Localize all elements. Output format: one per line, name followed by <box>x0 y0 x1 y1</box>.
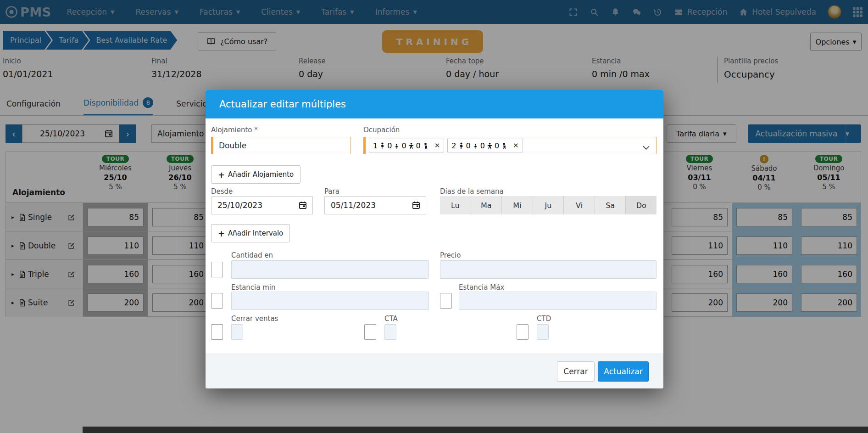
child-icon <box>486 142 493 149</box>
occupancy-chip[interactable]: 1000✕ <box>369 139 444 152</box>
occupancy-label: Ocupación <box>363 126 400 134</box>
from-date-value: 25/10/2023 <box>217 201 262 210</box>
close-button[interactable]: Cerrar <box>557 361 595 382</box>
ctd-value-checkbox <box>537 324 549 340</box>
modal-footer: Cerrar Actualizar <box>206 354 663 388</box>
modal-header: Actualizar editar múltiples <box>206 90 663 118</box>
close-sales-checkbox[interactable] <box>211 324 223 340</box>
junior-icon <box>472 142 479 149</box>
cta-checkbox[interactable] <box>364 324 376 340</box>
occupancy-chip[interactable]: 2000✕ <box>447 139 523 152</box>
quantity-input[interactable] <box>231 260 429 279</box>
ctd-checkbox[interactable] <box>517 324 529 340</box>
chip-children-count: 0 <box>480 141 485 150</box>
chip-juniors-count: 0 <box>466 141 471 150</box>
chip-juniors-count: 0 <box>387 141 392 150</box>
quantity-checkbox[interactable] <box>211 262 223 277</box>
close-sales-value-checkbox <box>231 324 243 340</box>
weekday-button-mi[interactable]: Mi <box>501 196 533 214</box>
chevron-down-icon[interactable] <box>643 143 650 147</box>
max-stay-label: Estancia Máx <box>459 283 504 292</box>
child-icon <box>408 142 415 149</box>
cta-label: CTA <box>384 315 398 323</box>
add-interval-button[interactable]: + Añadir Intervalo <box>211 224 290 242</box>
update-button[interactable]: Actualizar <box>598 361 649 382</box>
app-root: PMS Recepción▼Reservas▼Facturas▼Clientes… <box>0 0 868 433</box>
weekday-button-vi[interactable]: Vi <box>563 196 595 214</box>
weekday-selector: LuMaMiJuViSaDo <box>440 196 657 214</box>
to-date-field[interactable]: 05/11/2023 <box>324 196 426 214</box>
chip-remove-icon[interactable]: ✕ <box>513 141 519 150</box>
min-stay-checkbox[interactable] <box>211 293 223 309</box>
baby-icon <box>422 142 429 149</box>
add-accommodation-label: Añadir Alojamiento <box>228 170 294 179</box>
from-date-field[interactable]: 25/10/2023 <box>211 196 313 214</box>
max-stay-input[interactable] <box>459 292 657 310</box>
accommodation-field[interactable]: Double <box>211 137 351 154</box>
chip-children-count: 0 <box>401 141 406 150</box>
from-date-label: Desde <box>211 187 233 196</box>
price-input[interactable] <box>440 260 657 279</box>
to-date-label: Para <box>324 187 339 196</box>
cta-value-checkbox <box>384 324 396 340</box>
chip-babies-count: 0 <box>416 141 421 150</box>
ctd-label: CTD <box>537 315 551 323</box>
weekday-button-do[interactable]: Do <box>625 196 657 214</box>
min-stay-input[interactable] <box>231 292 429 310</box>
price-label: Precio <box>440 251 461 259</box>
adult-icon <box>458 142 465 149</box>
calendar-icon <box>298 201 307 210</box>
min-stay-label: Estancia min <box>231 283 276 292</box>
weekday-button-ma[interactable]: Ma <box>471 196 502 214</box>
weekday-button-lu[interactable]: Lu <box>440 196 471 214</box>
add-interval-label: Añadir Intervalo <box>228 229 283 237</box>
accommodation-label: Alojamiento * <box>211 126 258 134</box>
chip-babies-count: 0 <box>495 141 499 150</box>
baby-icon <box>501 142 507 149</box>
occupancy-field[interactable]: 1000✕2000✕ <box>363 137 657 154</box>
plus-icon: + <box>218 229 225 238</box>
to-date-value: 05/11/2023 <box>331 201 376 210</box>
weekday-button-ju[interactable]: Ju <box>533 196 564 214</box>
add-accommodation-button[interactable]: + Añadir Alojamiento <box>211 165 300 184</box>
calendar-icon <box>412 201 421 210</box>
weekday-button-sa[interactable]: Sa <box>595 196 626 214</box>
chip-remove-icon[interactable]: ✕ <box>434 141 440 150</box>
adult-icon <box>379 142 386 149</box>
bulk-edit-modal: Actualizar editar múltiples Alojamiento … <box>206 90 663 388</box>
junior-icon <box>393 142 400 149</box>
chip-adults-count: 2 <box>451 141 456 150</box>
chip-adults-count: 1 <box>373 141 378 150</box>
plus-icon: + <box>218 170 225 180</box>
accommodation-value: Double <box>219 141 246 150</box>
weekdays-label: Días de la semana <box>440 187 504 196</box>
quantity-label: Cantidad en <box>231 251 273 259</box>
modal-title: Actualizar editar múltiples <box>219 99 346 110</box>
close-sales-label: Cerrar ventas <box>231 315 278 323</box>
max-stay-checkbox[interactable] <box>440 293 452 309</box>
